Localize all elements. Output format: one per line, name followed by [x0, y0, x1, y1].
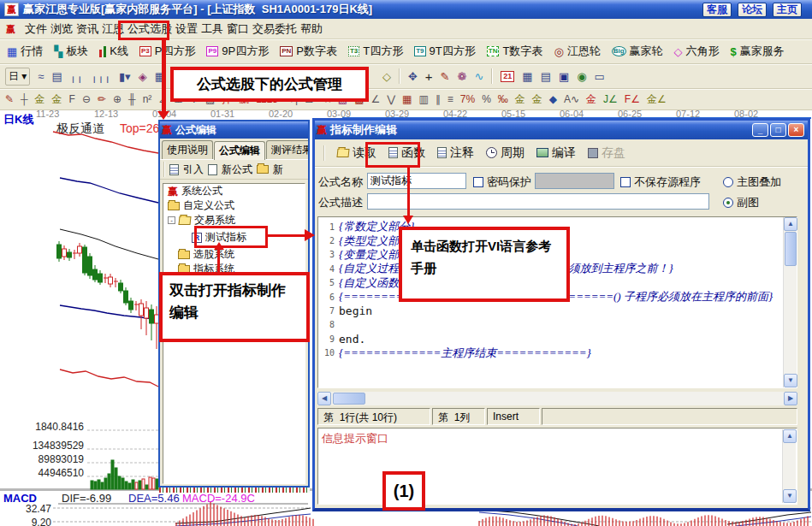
draw-tool-icon[interactable]: F: [69, 93, 75, 105]
report-icon[interactable]: ◈: [139, 70, 147, 83]
vertical-scrollbar[interactable]: ▲ ▼: [783, 217, 797, 387]
menu-settings[interactable]: 设置: [175, 20, 198, 38]
maximize-button[interactable]: □: [770, 123, 786, 137]
draw-tool-icon[interactable]: ✎: [5, 93, 14, 105]
draw-tool-icon[interactable]: 金: [52, 93, 62, 105]
draw-tool-icon[interactable]: 金: [586, 93, 596, 105]
scroll-right-icon[interactable]: ▶: [784, 392, 797, 405]
t9-square-button[interactable]: T99T四方形: [414, 44, 476, 59]
draw-tool-icon[interactable]: ⊖: [82, 93, 91, 105]
draw-tool-icon[interactable]: ⋁: [387, 93, 395, 105]
new-formula-button[interactable]: 新公式: [222, 163, 252, 177]
nosave-checkbox[interactable]: [620, 177, 631, 187]
draw-tool-icon[interactable]: 金: [532, 93, 542, 105]
hexagon-button[interactable]: ◇六角形: [674, 44, 720, 59]
formula-name-input[interactable]: [367, 173, 466, 189]
scroll-left-icon[interactable]: ◀: [317, 392, 331, 405]
menu-trade[interactable]: 交易委托: [252, 20, 297, 38]
crosshair-icon[interactable]: +: [425, 69, 433, 84]
sub-chart-radio[interactable]: [723, 198, 733, 208]
draw-tool-icon[interactable]: %: [482, 93, 491, 105]
horizontal-scrollbar[interactable]: ◀ ▶: [317, 392, 797, 405]
home-button[interactable]: 主页: [773, 3, 802, 17]
formula-edit-titlebar[interactable]: 赢 公式编辑: [160, 121, 308, 139]
period-dropdown[interactable]: 日 ▾: [5, 68, 30, 86]
kline-button[interactable]: K线: [99, 44, 128, 59]
menu-file[interactable]: 文件: [25, 20, 47, 38]
tab-test-result[interactable]: 测评结果: [266, 140, 310, 159]
tree-item-custom[interactable]: 自定义公式: [163, 198, 305, 213]
tab-usage[interactable]: 使用说明: [162, 140, 213, 159]
pan-hand-icon[interactable]: ✥: [408, 70, 418, 83]
minimize-button[interactable]: _: [752, 123, 768, 137]
indicator-edit-titlebar[interactable]: 赢 指标制作编辑 _ □ ×: [315, 121, 808, 139]
menu-tools[interactable]: 工具: [201, 20, 223, 38]
main-overlay-radio[interactable]: [723, 177, 733, 187]
draw-tool-icon[interactable]: ┼: [21, 93, 28, 105]
new-group-button[interactable]: 新: [273, 163, 283, 177]
scroll-down-icon[interactable]: ▼: [784, 374, 797, 387]
memo-icon[interactable]: ▤: [541, 70, 551, 83]
workstation-icon[interactable]: ▭: [595, 70, 605, 83]
vertical-scrollbar[interactable]: ▲ ▼: [782, 429, 796, 503]
t-square-button[interactable]: T3T四方形: [348, 44, 403, 59]
wave-icon[interactable]: ∿: [474, 70, 483, 83]
draw-tool-icon[interactable]: ∥: [436, 93, 441, 105]
draw-tool-icon[interactable]: ◆: [549, 93, 557, 105]
p9-square-button[interactable]: P99P四方形: [206, 44, 269, 59]
scroll-up-icon[interactable]: ▲: [783, 429, 797, 443]
sector-button[interactable]: ▚板块: [54, 44, 88, 59]
t-table-button[interactable]: TNT数字表: [487, 44, 543, 59]
draw-tool-icon[interactable]: ✏: [98, 93, 106, 105]
formula-desc-input[interactable]: [367, 193, 709, 210]
collapse-icon[interactable]: -: [168, 216, 175, 224]
scroll-up-icon[interactable]: ▲: [784, 217, 797, 231]
compile-button[interactable]: 编译: [536, 145, 576, 161]
menu-help[interactable]: 帮助: [300, 20, 323, 38]
menu-browse[interactable]: 浏览: [50, 20, 73, 38]
nosave-source-field[interactable]: 不保存源程序: [620, 174, 701, 190]
draw-tool-icon[interactable]: 金∠: [647, 93, 667, 105]
comment-button[interactable]: 注释: [437, 145, 474, 161]
flower-icon[interactable]: ❁: [458, 70, 467, 83]
calendar-icon[interactable]: 21: [501, 71, 514, 82]
scroll-thumb[interactable]: [333, 393, 365, 405]
forum-button[interactable]: 论坛: [738, 3, 767, 17]
tab-formula-edit[interactable]: 公式编辑: [214, 141, 265, 160]
gann-wheel-button[interactable]: ◎江恩轮: [554, 44, 600, 59]
scroll-down-icon[interactable]: ▼: [783, 489, 797, 503]
draw-tool-icon[interactable]: ∠: [370, 93, 380, 105]
bar3-chart-icon[interactable]: ╷╷: [70, 70, 84, 83]
menu-news[interactable]: 资讯: [76, 20, 98, 38]
draw-tool-icon[interactable]: ╫: [128, 93, 136, 105]
candle-period-icon[interactable]: ▮▾: [119, 70, 131, 83]
net-icon[interactable]: ◉: [577, 70, 586, 83]
tree-item-stock-select[interactable]: 选股系统: [163, 247, 305, 262]
draw-tool-icon[interactable]: ▦: [402, 93, 412, 105]
calculator-icon[interactable]: ▦: [522, 70, 532, 83]
draw-tool-icon[interactable]: 金: [515, 93, 525, 105]
draw-tool-icon[interactable]: 7%: [460, 93, 475, 105]
bar9-chart-icon[interactable]: ╷╷╷: [91, 70, 110, 83]
titlebar[interactable]: 赢 赢家江恩专业版[赢家内部服务平台] - [上证指数 SH1A0001-179…: [0, 0, 812, 19]
save-icon[interactable]: ▣: [559, 70, 569, 83]
period-button[interactable]: 周期: [486, 145, 525, 161]
save-button[interactable]: 存盘: [588, 145, 625, 161]
winner-wheel-button[interactable]: Big赢家轮: [612, 44, 663, 59]
service-button[interactable]: 客服: [702, 3, 732, 17]
sub-chart-field[interactable]: 副图: [723, 195, 759, 210]
trendline-icon[interactable]: ✎: [441, 70, 450, 83]
draw-tool-icon[interactable]: ≡: [447, 93, 453, 105]
import-button[interactable]: 引入: [183, 163, 204, 177]
password-checkbox[interactable]: [473, 177, 483, 187]
draw-tool-icon[interactable]: ▥: [418, 93, 428, 105]
close-button[interactable]: ×: [788, 123, 804, 137]
quote-button[interactable]: ▦行情: [7, 44, 43, 59]
draw-tool-icon[interactable]: F∠: [625, 93, 640, 105]
scroll-thumb[interactable]: [785, 232, 797, 266]
draw-tool-icon[interactable]: n²: [143, 93, 152, 105]
gann-shape-icon[interactable]: ◇: [382, 70, 391, 83]
winner-service-button[interactable]: $赢家服务: [731, 44, 785, 59]
clipboard-icon[interactable]: ▤: [52, 70, 62, 83]
password-protect-field[interactable]: 密码保护: [473, 174, 531, 190]
